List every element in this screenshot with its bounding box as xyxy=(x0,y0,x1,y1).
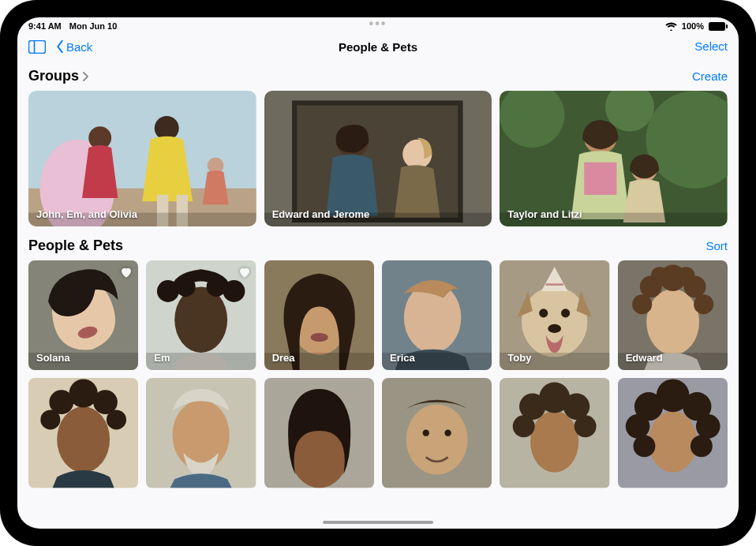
group-tile[interactable]: Edward and Jerome xyxy=(264,91,492,226)
person-tile-drea[interactable]: Drea xyxy=(264,260,374,370)
page-title: People & Pets xyxy=(339,40,417,54)
svg-point-52 xyxy=(646,289,699,355)
sort-button[interactable]: Sort xyxy=(705,239,728,252)
people-header: People & Pets xyxy=(28,237,123,254)
svg-rect-2 xyxy=(29,40,46,53)
sidebar-toggle-icon[interactable] xyxy=(28,40,46,54)
svg-point-31 xyxy=(175,286,228,353)
groups-header-label: Groups xyxy=(28,68,79,84)
battery-percent: 100% xyxy=(682,21,704,31)
svg-point-88 xyxy=(625,414,649,439)
svg-point-82 xyxy=(574,416,597,438)
svg-point-59 xyxy=(677,267,694,284)
svg-point-84 xyxy=(649,411,697,473)
person-tile-solana[interactable]: Solana xyxy=(28,260,138,370)
create-group-button[interactable]: Create xyxy=(692,69,728,83)
groups-row: John, Em, and Olivia xyxy=(28,91,728,226)
svg-point-33 xyxy=(223,280,245,302)
person-name: Edward xyxy=(626,352,663,364)
people-header-row: People & Pets Sort xyxy=(28,237,728,254)
svg-rect-1 xyxy=(726,24,728,28)
group-caption: Edward and Jerome xyxy=(272,208,370,220)
svg-point-47 xyxy=(561,309,570,317)
groups-header-row: Groups Create xyxy=(28,68,728,84)
back-label: Back xyxy=(66,40,92,54)
person-tile[interactable] xyxy=(618,378,728,488)
person-name: Toby xyxy=(507,352,531,364)
svg-point-75 xyxy=(444,430,451,436)
nav-bar: Back People & Pets Select xyxy=(17,33,739,60)
wifi-icon xyxy=(665,22,677,31)
content-scroll[interactable]: Groups Create xyxy=(17,60,739,529)
person-tile-toby[interactable]: Toby xyxy=(500,260,609,370)
battery-icon xyxy=(709,22,728,31)
favorite-heart-icon xyxy=(119,265,133,279)
person-tile-erica[interactable]: Erica xyxy=(382,260,492,370)
select-button[interactable]: Select xyxy=(694,39,728,53)
person-name: Drea xyxy=(272,352,295,364)
chevron-right-icon xyxy=(82,71,89,82)
person-tile[interactable] xyxy=(146,378,256,488)
svg-point-35 xyxy=(207,277,226,297)
group-caption: Taylor and Litzi xyxy=(507,208,582,220)
group-tile[interactable]: John, Em, and Olivia xyxy=(28,91,256,226)
person-name: Em xyxy=(154,352,170,364)
svg-point-58 xyxy=(650,267,668,284)
svg-point-69 xyxy=(173,400,230,470)
svg-rect-0 xyxy=(709,22,725,31)
svg-point-57 xyxy=(694,294,713,314)
svg-point-39 xyxy=(310,333,327,342)
person-tile[interactable] xyxy=(500,378,609,488)
svg-point-73 xyxy=(406,405,468,475)
person-tile-edward[interactable]: Edward xyxy=(618,260,728,370)
home-indicator[interactable] xyxy=(323,521,433,524)
svg-point-46 xyxy=(539,309,548,317)
person-tile[interactable] xyxy=(382,378,492,488)
svg-point-66 xyxy=(40,410,60,430)
back-button[interactable]: Back xyxy=(55,39,92,54)
svg-point-91 xyxy=(691,436,713,458)
group-caption: John, Em, and Olivia xyxy=(36,208,137,220)
people-grid: Solana xyxy=(28,260,728,488)
svg-point-90 xyxy=(633,436,655,458)
person-tile[interactable] xyxy=(28,378,138,488)
svg-point-77 xyxy=(530,411,578,473)
group-tile[interactable]: Taylor and Litzi xyxy=(500,91,728,226)
status-bar: 9:41 AM Mon Jun 10 ••• 100% xyxy=(17,17,739,33)
people-header-label: People & Pets xyxy=(28,237,123,254)
svg-point-62 xyxy=(57,407,110,473)
status-date: Mon Jun 10 xyxy=(69,21,118,31)
groups-header[interactable]: Groups xyxy=(28,68,89,84)
svg-rect-24 xyxy=(585,163,617,195)
svg-point-81 xyxy=(513,416,535,438)
svg-point-89 xyxy=(696,414,720,439)
svg-point-67 xyxy=(107,410,126,430)
svg-point-48 xyxy=(548,324,562,333)
person-name: Solana xyxy=(36,352,70,364)
screen: 9:41 AM Mon Jun 10 ••• 100% xyxy=(17,17,739,529)
ipad-frame: 9:41 AM Mon Jun 10 ••• 100% xyxy=(0,0,756,546)
multitask-dots-icon[interactable]: ••• xyxy=(369,17,387,31)
svg-point-34 xyxy=(176,277,196,297)
person-tile-em[interactable]: Em xyxy=(146,260,256,370)
person-tile[interactable] xyxy=(264,378,374,488)
svg-point-32 xyxy=(157,280,179,302)
status-time: 9:41 AM xyxy=(28,21,62,31)
svg-point-56 xyxy=(632,294,652,314)
person-name: Erica xyxy=(390,352,415,364)
favorite-heart-icon xyxy=(238,265,252,279)
svg-point-74 xyxy=(423,430,429,436)
